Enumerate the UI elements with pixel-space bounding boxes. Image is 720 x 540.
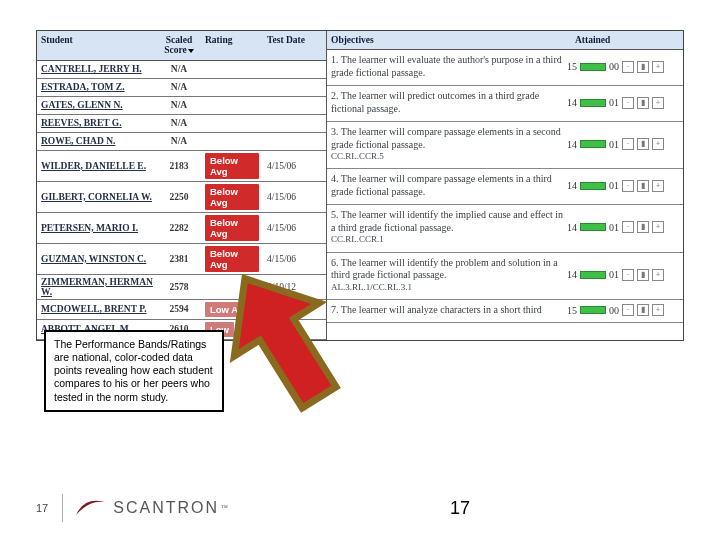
attained-count-2: 01 xyxy=(609,222,619,233)
attained-cell: 1401∙▮+ xyxy=(567,180,679,192)
chart-icon[interactable]: ▮ xyxy=(637,269,649,281)
col-test-date[interactable]: Test Date xyxy=(263,31,321,60)
table-row: WILDER, DANIELLE E.2183Below Avg4/15/06 xyxy=(37,151,326,182)
scaled-score: 2594 xyxy=(157,302,201,316)
rating-badge: Below Avg xyxy=(205,184,259,210)
test-date xyxy=(263,67,321,71)
rating-cell xyxy=(201,103,263,107)
attained-bar xyxy=(580,182,606,190)
scantron-logo: SCANTRON™ xyxy=(75,497,228,519)
rating-cell: Below Avg xyxy=(201,244,263,274)
scaled-score: 2282 xyxy=(157,221,201,235)
sort-desc-icon xyxy=(188,49,194,53)
expand-icon[interactable]: + xyxy=(652,304,664,316)
attained-bar xyxy=(580,271,606,279)
test-date: 4/15/06 xyxy=(263,302,321,316)
expand-icon[interactable]: + xyxy=(652,269,664,281)
attained-bar xyxy=(580,99,606,107)
expand-icon[interactable]: + xyxy=(652,138,664,150)
chart-icon[interactable]: ▮ xyxy=(637,61,649,73)
attained-cell: 1401∙▮+ xyxy=(567,97,679,109)
expand-icon[interactable]: + xyxy=(652,221,664,233)
col-rating[interactable]: Rating xyxy=(201,31,263,60)
objective-description: 6. The learner will identify the problem… xyxy=(331,257,567,282)
student-name-link[interactable]: GUZMAN, WINSTON C. xyxy=(37,252,157,266)
rating-cell xyxy=(201,67,263,71)
person-icon[interactable]: ∙ xyxy=(622,269,634,281)
rating-cell xyxy=(201,139,263,143)
student-name-link[interactable]: WILDER, DANIELLE E. xyxy=(37,159,157,173)
scaled-score: 2578 xyxy=(157,280,201,294)
attained-bar xyxy=(580,306,606,314)
student-name-link[interactable]: REEVES, BRET G. xyxy=(37,116,157,130)
chart-icon[interactable]: ▮ xyxy=(637,138,649,150)
student-name-link[interactable]: CANTRELL, JERRY H. xyxy=(37,62,157,76)
objective-description: 2. The learner will predict outcomes in … xyxy=(331,90,567,115)
attained-bar xyxy=(580,63,606,71)
col-objectives[interactable]: Objectives xyxy=(327,31,571,49)
person-icon[interactable]: ∙ xyxy=(622,221,634,233)
student-name-link[interactable]: GILBERT, CORNELIA W. xyxy=(37,190,157,204)
test-date xyxy=(263,121,321,125)
chart-icon[interactable]: ▮ xyxy=(637,221,649,233)
page-number-center: 17 xyxy=(450,498,470,519)
student-name-link[interactable]: ESTRADA, TOM Z. xyxy=(37,80,157,94)
student-name-link[interactable]: PETERSEN, MARIO I. xyxy=(37,221,157,235)
attained-count-2: 01 xyxy=(609,180,619,191)
table-row: GATES, GLENN N.N/A xyxy=(37,97,326,115)
test-date: 8/10/12 xyxy=(263,280,321,294)
report-panel: Student Scaled Score Rating Test Date CA… xyxy=(36,30,684,341)
students-table: Student Scaled Score Rating Test Date CA… xyxy=(37,31,327,340)
table-row: CANTRELL, JERRY H.N/A xyxy=(37,61,326,79)
col-attained[interactable]: Attained xyxy=(571,31,683,49)
chart-icon[interactable]: ▮ xyxy=(637,97,649,109)
objective-text: 2. The learner will predict outcomes in … xyxy=(331,90,567,115)
objective-row: 2. The learner will predict outcomes in … xyxy=(327,86,683,122)
student-name-link[interactable]: ROWE, CHAD N. xyxy=(37,134,157,148)
attained-cell: 1500∙▮+ xyxy=(567,61,679,73)
attained-count-1: 14 xyxy=(567,269,577,280)
attained-count-1: 14 xyxy=(567,180,577,191)
person-icon[interactable]: ∙ xyxy=(622,180,634,192)
table-row: ZIMMERMAN, HERMAN W.25788/10/12 xyxy=(37,275,326,300)
attained-count-1: 14 xyxy=(567,139,577,150)
attained-count-1: 15 xyxy=(567,305,577,316)
person-icon[interactable]: ∙ xyxy=(622,61,634,73)
table-row: GILBERT, CORNELIA W.2250Below Avg4/15/06 xyxy=(37,182,326,213)
attained-count-2: 01 xyxy=(609,139,619,150)
callout-text: The Performance Bands/Ratings are nation… xyxy=(54,338,213,403)
objective-text: 3. The learner will compare passage elem… xyxy=(331,126,567,162)
student-name-link[interactable]: GATES, GLENN N. xyxy=(37,98,157,112)
chart-icon[interactable]: ▮ xyxy=(637,304,649,316)
expand-icon[interactable]: + xyxy=(652,97,664,109)
student-name-link[interactable]: ZIMMERMAN, HERMAN W. xyxy=(37,275,157,299)
table-row: MCDOWELL, BRENT P.2594Low Avg4/15/06 xyxy=(37,300,326,320)
col-scaled-score[interactable]: Scaled Score xyxy=(157,31,201,60)
attained-count-2: 01 xyxy=(609,97,619,108)
test-date xyxy=(263,139,321,143)
objective-row: 3. The learner will compare passage elem… xyxy=(327,122,683,169)
attained-bar xyxy=(580,223,606,231)
callout-performance-bands: The Performance Bands/Ratings are nation… xyxy=(44,330,224,412)
objective-text: 5. The learner will identify the implied… xyxy=(331,209,567,245)
person-icon[interactable]: ∙ xyxy=(622,97,634,109)
test-date xyxy=(263,103,321,107)
objective-description: 4. The learner will compare passage elem… xyxy=(331,173,567,198)
trademark-icon: ™ xyxy=(221,504,228,512)
scaled-score: N/A xyxy=(157,80,201,94)
rating-cell: Low Avg xyxy=(201,300,263,319)
scaled-score: N/A xyxy=(157,134,201,148)
expand-icon[interactable]: + xyxy=(652,61,664,73)
objective-row: 1. The learner will evaluate the author'… xyxy=(327,50,683,86)
student-name-link[interactable]: MCDOWELL, BRENT P. xyxy=(37,302,157,316)
scaled-score: 2183 xyxy=(157,159,201,173)
attained-cell: 1401∙▮+ xyxy=(567,269,679,281)
col-student[interactable]: Student xyxy=(37,31,157,60)
scaled-score: N/A xyxy=(157,116,201,130)
person-icon[interactable]: ∙ xyxy=(622,138,634,150)
objective-row: 6. The learner will identify the problem… xyxy=(327,253,683,300)
person-icon[interactable]: ∙ xyxy=(622,304,634,316)
expand-icon[interactable]: + xyxy=(652,180,664,192)
chart-icon[interactable]: ▮ xyxy=(637,180,649,192)
objective-standard-code: CC.RL.CCR.1 xyxy=(331,234,567,245)
